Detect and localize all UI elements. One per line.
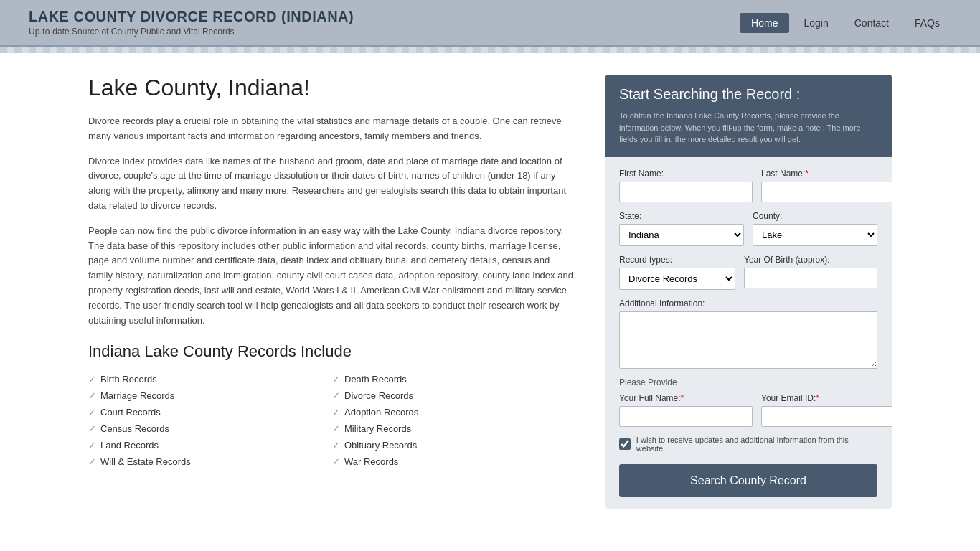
additional-info-textarea[interactable] [619,311,877,369]
name-row: First Name: Last Name:* [619,169,877,202]
list-item: ✓Birth Records [88,371,332,387]
search-panel-desc: To obtain the Indiana Lake County Record… [619,110,877,146]
state-group: State: Indiana [619,211,744,246]
list-item: ✓Will & Estate Records [88,453,332,470]
full-name-input[interactable] [619,406,753,427]
search-panel: Start Searching the Record : To obtain t… [605,75,892,509]
list-item: ✓Land Records [88,437,332,453]
decorative-strip [0,47,980,53]
check-icon: ✓ [332,440,340,451]
last-name-input[interactable] [761,182,892,202]
intro-para-3: People can now find the public divorce i… [88,224,576,329]
newsletter-checkbox[interactable] [619,438,631,450]
county-label: County: [753,211,877,221]
first-name-label: First Name: [619,169,753,179]
nav-home[interactable]: Home [740,13,789,33]
intro-para-2: Divorce index provides data like names o… [88,154,576,214]
check-icon: ✓ [88,407,96,418]
county-group: County: Lake [753,211,877,246]
site-title: LAKE COUNTY DIVORCE RECORD (INDIANA) [29,9,354,25]
additional-info-group: Additional Information: [619,298,877,369]
contact-row: Your Full Name:* Your Email ID:* [619,393,877,427]
main-container: Lake County, Indiana! Divorce records pl… [60,53,920,530]
record-type-select[interactable]: Divorce Records Birth Records Marriage R… [619,268,735,290]
check-icon: ✓ [332,423,340,434]
check-icon: ✓ [332,374,340,385]
search-panel-title: Start Searching the Record : [619,86,877,103]
records-col-right: ✓Death Records ✓Divorce Records ✓Adoptio… [332,371,576,470]
list-item: ✓Obituary Records [332,437,576,453]
email-input[interactable] [761,406,892,427]
content-left: Lake County, Indiana! Divorce records pl… [88,75,576,509]
records-col-left: ✓Birth Records ✓Marriage Records ✓Court … [88,371,332,470]
email-label: Your Email ID:* [761,393,892,403]
check-icon: ✓ [332,407,340,418]
main-nav: Home Login Contact FAQs [740,13,951,33]
site-subtitle: Up-to-date Source of County Public and V… [29,27,354,37]
year-of-birth-group: Year Of Birth (approx): [744,255,877,290]
record-type-row: Record types: Divorce Records Birth Reco… [619,255,877,290]
nav-login[interactable]: Login [792,13,839,33]
required-indicator: * [816,393,819,403]
list-item: ✓Census Records [88,420,332,437]
additional-info-label: Additional Information: [619,298,877,309]
records-section-heading: Indiana Lake County Records Include [88,342,576,361]
full-name-group: Your Full Name:* [619,393,753,427]
last-name-label: Last Name:* [761,169,892,179]
list-item: ✓Adoption Records [332,404,576,420]
nav-faqs[interactable]: FAQs [903,13,951,33]
intro-para-1: Divorce records play a crucial role in o… [88,114,576,144]
newsletter-checkbox-row: I wish to receive updates and additional… [619,435,877,453]
list-item: ✓Marriage Records [88,387,332,404]
search-panel-header: Start Searching the Record : To obtain t… [605,75,892,157]
record-type-group: Record types: Divorce Records Birth Reco… [619,255,735,290]
state-label: State: [619,211,744,221]
first-name-input[interactable] [619,182,753,202]
nav-contact[interactable]: Contact [843,13,900,33]
newsletter-label: I wish to receive updates and additional… [636,435,877,453]
list-item: ✓War Records [332,453,576,470]
check-icon: ✓ [332,456,340,467]
check-icon: ✓ [88,374,96,385]
list-item: ✓Military Records [332,420,576,437]
please-provide-label: Please Provide [619,377,877,387]
year-of-birth-input[interactable] [744,268,877,288]
list-item: ✓Court Records [88,404,332,420]
check-icon: ✓ [88,423,96,434]
state-county-row: State: Indiana County: Lake [619,211,877,246]
check-icon: ✓ [88,456,96,467]
list-item: ✓Divorce Records [332,387,576,404]
check-icon: ✓ [88,440,96,451]
header-branding: LAKE COUNTY DIVORCE RECORD (INDIANA) Up-… [29,9,354,37]
state-select[interactable]: Indiana [619,224,744,246]
search-county-record-button[interactable]: Search County Record [619,464,877,497]
page-header: LAKE COUNTY DIVORCE RECORD (INDIANA) Up-… [0,0,980,47]
page-heading: Lake County, Indiana! [88,75,576,101]
last-name-group: Last Name:* [761,169,892,202]
record-types-label: Record types: [619,255,735,265]
records-list: ✓Birth Records ✓Marriage Records ✓Court … [88,371,576,470]
search-panel-body: First Name: Last Name:* State: Indiana [605,157,892,509]
year-of-birth-label: Year Of Birth (approx): [744,255,877,265]
first-name-group: First Name: [619,169,753,202]
full-name-label: Your Full Name:* [619,393,753,403]
email-group: Your Email ID:* [761,393,892,427]
required-indicator: * [805,169,809,179]
list-item: ✓Death Records [332,371,576,387]
check-icon: ✓ [88,390,96,401]
required-indicator: * [681,393,684,403]
county-select[interactable]: Lake [753,224,877,246]
check-icon: ✓ [332,390,340,401]
